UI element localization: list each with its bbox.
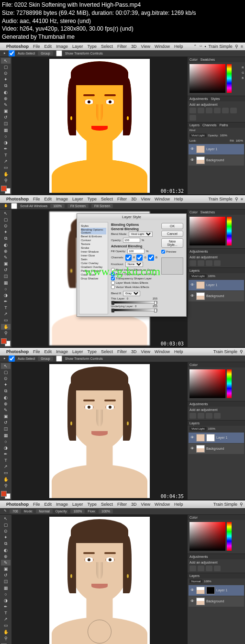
adj-vibrance-icon[interactable] [222, 108, 229, 113]
adj-icon[interactable] [198, 566, 204, 571]
wand-tool[interactable]: ✦ [1, 382, 11, 388]
ok-button[interactable]: OK [161, 223, 183, 229]
color-swatches[interactable] [1, 186, 11, 194]
knockout-select[interactable]: None [125, 262, 143, 267]
adj-icon[interactable] [198, 260, 204, 266]
layer-thumb[interactable] [196, 598, 205, 605]
crop-tool[interactable]: ⧉ [1, 83, 11, 89]
adj-icon[interactable] [214, 260, 221, 266]
canvas[interactable] [49, 517, 150, 644]
adj-hue-icon[interactable] [230, 108, 237, 113]
menu-layer[interactable]: Layer [72, 44, 83, 49]
battery-icon[interactable]: ▪ [204, 44, 206, 49]
visibility-icon[interactable]: 👁 [190, 435, 195, 440]
search-icon[interactable]: ⚲ [235, 44, 238, 49]
gradient-tool[interactable]: ▦ [1, 433, 11, 438]
channel-b-check[interactable] [148, 255, 154, 261]
gradient-tool[interactable]: ▦ [1, 280, 11, 286]
wand-tool[interactable]: ✦ [1, 534, 11, 540]
menu-file[interactable]: File [33, 197, 40, 201]
inner-shadow-item[interactable]: Inner Shadow [81, 250, 106, 254]
wifi-icon[interactable]: ⌔ [200, 44, 202, 49]
menu-icon[interactable]: ≡ [241, 44, 243, 49]
history-brush-tool[interactable]: ↺ [1, 420, 11, 425]
app-name[interactable]: Photoshop [6, 349, 29, 354]
tab-layers[interactable]: Layers [189, 123, 200, 127]
menu-edit[interactable]: Edit [45, 502, 52, 507]
adj-icon[interactable] [189, 566, 196, 571]
hue-slider[interactable] [227, 64, 232, 93]
menu-edit[interactable]: Edit [45, 44, 52, 49]
menu-type[interactable]: Type [88, 349, 97, 354]
tab-layers[interactable]: Layers [189, 422, 200, 425]
adj-icon[interactable] [214, 566, 221, 571]
tab-adjustments[interactable]: Adjustments [189, 555, 208, 558]
layer-row[interactable]: 👁Background [189, 444, 244, 454]
adj-exposure-icon[interactable] [214, 108, 221, 113]
pen-tool[interactable]: ✒ [1, 451, 11, 457]
hand-tool-icon[interactable]: ✋ [4, 204, 8, 208]
opacity-value[interactable]: 100% [208, 427, 215, 430]
menu-icon[interactable]: ≡ [241, 197, 243, 201]
menu-file[interactable]: File [33, 44, 40, 49]
menu-3d[interactable]: 3D [131, 349, 137, 354]
mask-thumb[interactable] [206, 587, 215, 594]
opacity-value[interactable]: 100% [70, 509, 85, 513]
tab-swatches[interactable]: Swatches [200, 58, 215, 61]
layer-thumb[interactable] [196, 445, 205, 453]
hand-tool[interactable]: ✋ [1, 171, 11, 177]
brush-tool[interactable]: ✎ [1, 407, 11, 413]
menu-edit[interactable]: Edit [45, 197, 52, 201]
marquee-tool[interactable]: ▢ [1, 217, 11, 222]
layer-row[interactable]: 👁Layer 1 [189, 585, 244, 596]
history-brush-tool[interactable]: ↺ [1, 267, 11, 273]
color-field[interactable] [189, 369, 225, 398]
stamp-tool[interactable]: ▣ [1, 108, 11, 114]
marquee-tool[interactable]: ▢ [1, 64, 11, 70]
styles-header[interactable]: Styles [81, 224, 106, 228]
menu-edit[interactable]: Edit [45, 349, 52, 354]
layer-row-1[interactable]: 👁Layer 1 [189, 144, 244, 155]
layer-thumb[interactable] [196, 292, 205, 300]
tab-color[interactable]: Color [189, 211, 198, 214]
move-tool[interactable]: ↖ [1, 211, 11, 216]
brush-tool[interactable]: ✎ [1, 560, 11, 566]
menu-filter[interactable]: Filter [117, 502, 127, 507]
menu-3d[interactable]: 3D [131, 44, 137, 49]
blur-tool[interactable]: ○ [1, 591, 11, 597]
shape-tool[interactable]: ▭ [1, 317, 11, 323]
menu-image[interactable]: Image [56, 349, 68, 354]
transparency-shapes-check[interactable] [111, 277, 115, 280]
search-icon[interactable]: ⚲ [240, 349, 243, 354]
fill-value[interactable]: 100% [236, 139, 243, 142]
new-style-button[interactable]: New Style... [161, 238, 183, 248]
auto-select-check[interactable] [9, 50, 15, 56]
brush-size[interactable]: 700 [10, 509, 21, 513]
blur-tool[interactable]: ○ [1, 286, 11, 292]
layer-thumb[interactable] [196, 434, 205, 442]
hue-slider[interactable] [227, 522, 232, 551]
menu-select[interactable]: Select [101, 349, 113, 354]
blur-tool[interactable]: ○ [1, 133, 11, 139]
crop-tool[interactable]: ⧉ [1, 236, 11, 242]
scroll-all-check[interactable] [11, 203, 17, 209]
visibility-icon[interactable]: 👁 [190, 158, 195, 163]
tab-adjustments[interactable]: Adjustments [189, 97, 208, 100]
menu-view[interactable]: View [141, 349, 150, 354]
app-name[interactable]: Photoshop [6, 44, 29, 49]
tab-channels[interactable]: Channels [202, 123, 217, 127]
menu-image[interactable]: Image [56, 44, 68, 49]
menu-type[interactable]: Type [88, 502, 97, 507]
layer-row[interactable]: 👁Background [189, 291, 244, 301]
opacity-value[interactable]: 100% [208, 275, 215, 278]
hand-tool[interactable]: ✋ [1, 477, 11, 482]
heal-tool[interactable]: ⊕ [1, 554, 11, 559]
layer-row[interactable]: 👁Layer 1 [189, 280, 244, 290]
menu-image[interactable]: Image [56, 197, 68, 201]
layer-thumb[interactable] [196, 587, 205, 594]
bluetooth-icon[interactable]: ⌃ [193, 44, 197, 49]
visibility-icon[interactable]: 👁 [190, 147, 195, 152]
type-tool[interactable]: T [1, 610, 11, 616]
eraser-tool[interactable]: ◫ [1, 426, 11, 432]
color-swatches[interactable] [1, 491, 11, 499]
